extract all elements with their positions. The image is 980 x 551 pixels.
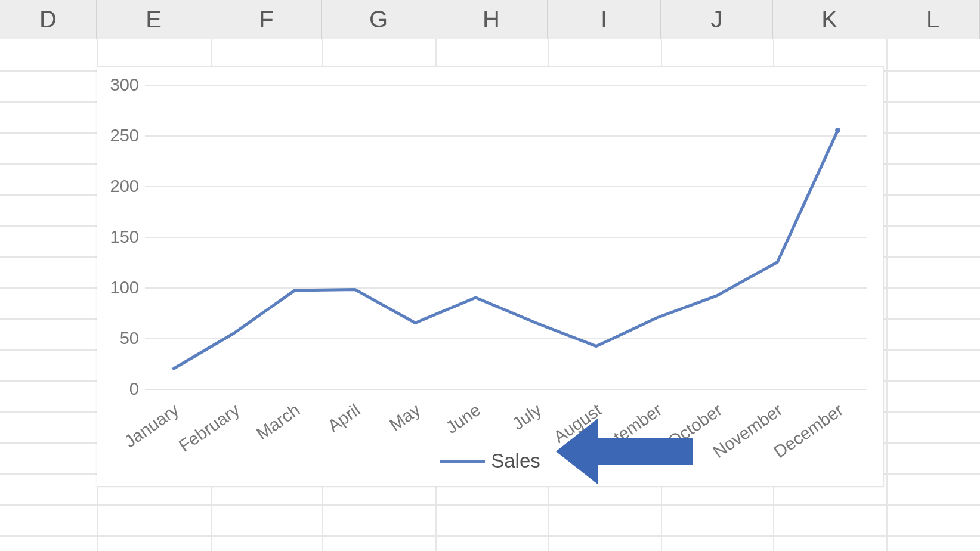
y-tick-label: 200 <box>79 177 139 196</box>
column-header[interactable]: J <box>661 0 773 39</box>
x-tick-label: July <box>508 400 545 434</box>
chart-gridline <box>145 389 867 390</box>
column-headers-row: DEFGHIJKL <box>0 0 980 39</box>
spreadsheet-area: DEFGHIJKL 050100150200250300 JanuaryFebr… <box>0 0 980 551</box>
y-tick-label: 0 <box>79 379 139 399</box>
y-tick-label: 150 <box>79 227 139 247</box>
column-header[interactable]: G <box>322 0 435 39</box>
column-header[interactable]: D <box>0 0 97 39</box>
x-tick-label: May <box>386 400 424 435</box>
legend-label: Sales <box>491 450 540 472</box>
plot-area: 050100150200250300 <box>145 85 867 389</box>
embedded-chart[interactable]: 050100150200250300 JanuaryFebruaryMarchA… <box>97 66 884 487</box>
series-line-sales <box>145 85 867 389</box>
svg-point-0 <box>835 128 840 133</box>
column-header[interactable]: H <box>435 0 548 39</box>
x-tick-label: March <box>253 400 304 444</box>
chart-legend[interactable]: Sales <box>97 443 883 479</box>
y-tick-label: 300 <box>79 75 139 95</box>
x-tick-label: June <box>443 400 484 438</box>
y-tick-label: 50 <box>79 329 139 348</box>
column-header[interactable]: E <box>97 0 211 39</box>
column-header[interactable]: F <box>211 0 322 39</box>
y-tick-label: 250 <box>79 126 139 146</box>
legend-swatch <box>440 460 485 463</box>
column-header[interactable]: K <box>773 0 886 39</box>
y-tick-label: 100 <box>79 278 139 298</box>
x-tick-label: April <box>324 400 363 436</box>
column-header[interactable]: I <box>548 0 661 39</box>
column-header[interactable]: L <box>886 0 980 39</box>
